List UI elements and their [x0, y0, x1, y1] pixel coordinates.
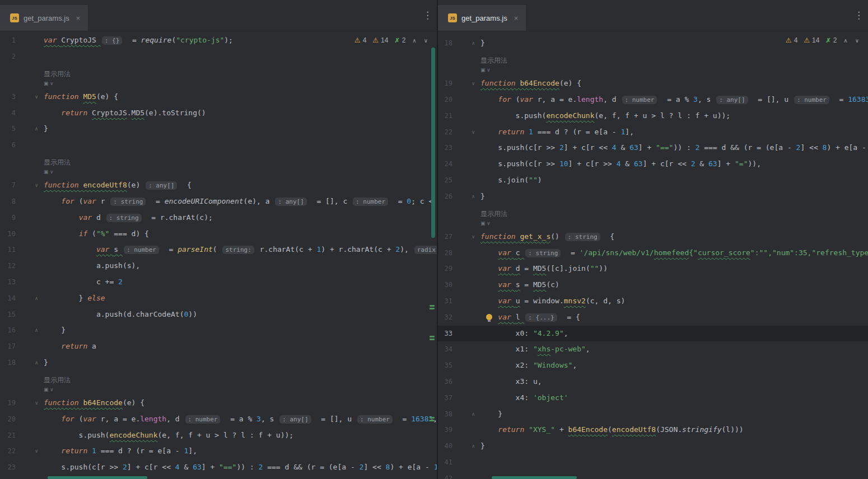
fold-collapse-icon[interactable]: ∧ [16, 121, 44, 137]
prev-problem-icon[interactable]: ∧ [412, 37, 417, 44]
line-number[interactable]: 26 [438, 189, 452, 205]
error-stripe[interactable] [429, 31, 437, 479]
next-problem-icon[interactable]: ∨ [423, 37, 428, 44]
scrollbar-thumb[interactable] [431, 48, 435, 238]
code-line[interactable]: 4 return CryptoJS.MD5(e).toString() [0, 105, 437, 121]
code-line[interactable]: 6 [0, 137, 437, 153]
line-number[interactable]: 15 [0, 307, 16, 323]
code-line[interactable]: 23 s.push(c[r >> 2] + c[r << 4 & 63] + "… [0, 459, 437, 476]
fold-expand-icon[interactable]: ∨ [16, 177, 44, 194]
line-number[interactable]: 34 [438, 341, 452, 358]
line-number[interactable]: 20 [0, 411, 16, 428]
code-line[interactable]: 24 s.push(c[r >> 10] + c[r >> 4 & 63] + … [438, 156, 868, 172]
line-number[interactable]: 13 [0, 274, 16, 290]
code-line[interactable]: 27∨function get_x_s() : string { [438, 229, 868, 245]
line-number[interactable]: 19 [438, 76, 452, 92]
line-number[interactable]: 20 [438, 92, 452, 108]
line-number[interactable]: 32 [438, 309, 452, 326]
inspections-widget[interactable]: ⚠ 4 ⚠ 14 ✗ 2 ∧ ∨ [782, 35, 864, 46]
close-tab-icon[interactable]: × [514, 15, 519, 22]
usages-provider-icon[interactable]: ▣ ∨ [480, 219, 868, 228]
code-line[interactable]: 30 var s = MD5(c) [438, 277, 868, 293]
line-number[interactable]: 21 [0, 428, 16, 444]
close-tab-icon[interactable]: × [76, 15, 81, 22]
line-number[interactable]: 21 [438, 108, 452, 124]
usages-provider-icon[interactable]: ▣ ∨ [44, 386, 437, 394]
line-number[interactable]: 14 [0, 290, 16, 307]
warnings-item-1[interactable]: ⚠ 4 [354, 36, 366, 44]
fold-collapse-icon[interactable]: ∧ [452, 35, 480, 51]
fold-collapse-icon[interactable]: ∧ [16, 355, 44, 371]
fold-collapse-icon[interactable]: ∧ [16, 290, 44, 307]
code-line[interactable]: 37 x4: 'object' [438, 390, 868, 406]
code-vision-usages[interactable]: 显示用法▣ ∨ [438, 51, 868, 76]
fold-expand-icon[interactable]: ∨ [452, 229, 480, 245]
line-number[interactable]: 22 [438, 124, 452, 140]
code-line[interactable]: 23 s.push(c[r >> 2] + c[r << 4 & 63] + "… [438, 140, 868, 156]
code-line[interactable]: 40∧} [438, 438, 868, 454]
usages-hint-label[interactable]: 显示用法 [44, 157, 437, 168]
tab-get-params-right[interactable]: JS get_params.js × [438, 5, 526, 31]
code-vision-usages[interactable]: 显示用法▣ ∨ [0, 371, 437, 395]
code-line[interactable]: 9 var d : string = r.charAt(c); [0, 210, 437, 226]
line-number[interactable] [438, 31, 452, 35]
fold-expand-icon[interactable]: ∨ [16, 443, 44, 459]
code-line[interactable]: 20 for (var r, a = e.length, d : number … [0, 411, 437, 428]
line-number[interactable]: 33 [438, 326, 452, 342]
code-line[interactable]: 22∨ return 1 === d ? (r = e[a - 1], [438, 124, 868, 140]
line-number[interactable]: 24 [438, 156, 452, 172]
code-line[interactable]: 31 var u = window.mnsv2(c, d, s) [438, 293, 868, 309]
line-number[interactable]: 2 [0, 49, 16, 65]
line-number[interactable]: 18 [438, 35, 452, 51]
code-line[interactable]: 14∧ } else [0, 290, 437, 307]
line-number[interactable]: 35 [438, 358, 452, 374]
code-line[interactable]: 20 for (var r, a = e.length, d : number … [438, 92, 868, 108]
line-number[interactable]: 36 [438, 374, 452, 390]
code-line[interactable]: 21 s.push(encodeChunk(e, f, f + u > l ? … [438, 108, 868, 124]
code-line[interactable]: 8 for (var r : string = encodeURICompone… [0, 194, 437, 210]
line-number[interactable]: 1 [0, 32, 16, 49]
stripe-change-mark[interactable] [430, 305, 435, 307]
code-line[interactable]: 29 var d = MD5([c].join("")) [438, 261, 868, 277]
line-number[interactable]: 38 [438, 406, 452, 422]
line-number[interactable]: 23 [0, 459, 16, 476]
error-stripe[interactable] [860, 31, 868, 479]
code-line[interactable]: 28 var c : string = '/api/sns/web/v1/hom… [438, 245, 868, 261]
horizontal-scrollbar[interactable] [492, 476, 577, 479]
horizontal-scrollbar[interactable] [48, 476, 147, 479]
line-number[interactable]: 11 [0, 242, 16, 258]
code-line[interactable]: 11 var s : number = parseInt( string: r.… [0, 242, 437, 258]
usages-provider-icon[interactable]: ▣ ∨ [44, 79, 437, 88]
line-number[interactable]: 19 [0, 395, 16, 411]
line-number[interactable]: 18 [0, 355, 16, 371]
usages-provider-icon[interactable]: ▣ ∨ [44, 168, 437, 176]
code-line[interactable]: 38∧ } [438, 406, 868, 422]
line-number[interactable]: 40 [438, 438, 452, 454]
code-line[interactable]: 3∨function MD5(e) { [0, 89, 437, 105]
editor-left[interactable]: 1var CryptoJS : {} = require("crypto-js"… [0, 31, 437, 479]
line-number[interactable]: 23 [438, 140, 452, 156]
warnings-item-1[interactable]: ⚠ 4 [786, 36, 797, 44]
warnings-item-2[interactable]: ⚠ 14 [804, 36, 819, 44]
inspections-widget[interactable]: ⚠ 4 ⚠ 14 ✗ 2 ∧ ∨ [351, 35, 432, 46]
code-line[interactable]: 41 [438, 454, 868, 471]
line-number[interactable]: 7 [0, 177, 16, 194]
code-line[interactable]: 2 [0, 49, 437, 65]
code-line[interactable]: 19∨function b64Encode(e) { [438, 76, 868, 92]
intention-bulb-icon[interactable] [486, 314, 492, 320]
code-line[interactable]: 36 x3: u, [438, 374, 868, 390]
code-line[interactable]: 10 if ("%" === d) { [0, 226, 437, 242]
usages-hint-label[interactable]: 显示用法 [44, 374, 437, 386]
code-vision-usages[interactable]: 显示用法▣ ∨ [438, 205, 868, 229]
line-number[interactable]: 5 [0, 121, 16, 137]
code-line[interactable]: 22∨ return 1 === d ? (r = e[a - 1], [0, 443, 437, 459]
code-line[interactable]: 12 a.push(s), [0, 258, 437, 274]
code-line[interactable]: 16∧ } [0, 322, 437, 339]
code-line[interactable]: 39 return "XYS_" + b64Encode(encodeUtf8(… [438, 422, 868, 438]
line-number[interactable]: 27 [438, 229, 452, 245]
fold-collapse-icon[interactable]: ∧ [452, 189, 480, 205]
fold-collapse-icon[interactable]: ∧ [452, 438, 480, 454]
code-line[interactable]: 35 x2: "Windows", [438, 358, 868, 374]
usages-hint-label[interactable]: 显示用法 [480, 55, 868, 66]
code-line[interactable]: 17 return a [0, 339, 437, 355]
